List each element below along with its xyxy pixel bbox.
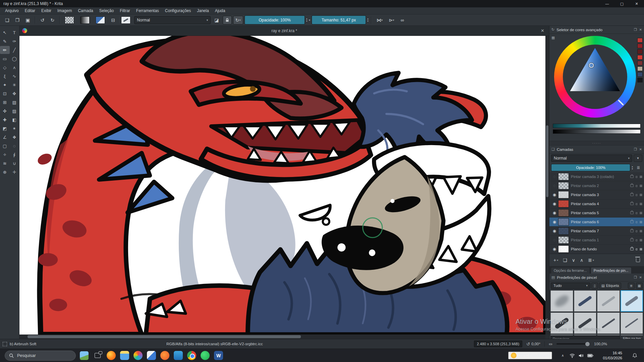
tool-bezier[interactable]: ξ (0, 72, 10, 80)
layer-filter-button[interactable]: ▼ (634, 155, 642, 162)
brush-preset[interactable] (597, 312, 620, 334)
brush-preset[interactable] (550, 290, 573, 312)
layer-properties-button[interactable]: ≣▾ (588, 257, 594, 263)
duplicate-layer-button[interactable]: ❏ (563, 257, 567, 263)
tool-edit-shapes[interactable]: ✎ (0, 37, 10, 45)
layer-row[interactable]: ◌ Pintar camada 2 α ▦ (549, 181, 644, 190)
layer-opacity-spinner[interactable]: ▴ ▾ (632, 166, 633, 170)
horizontal-scrollbar[interactable] (19, 335, 545, 339)
taskbar-app-code[interactable] (174, 351, 183, 360)
tool-dynamic-brush[interactable]: ✦ (0, 81, 10, 89)
pattern-selector[interactable] (62, 16, 76, 24)
open-document-button[interactable]: ❐ (13, 16, 22, 24)
tool-calligraphy[interactable]: ✑ (10, 37, 19, 45)
taskbar-app-krita[interactable] (133, 351, 143, 360)
close-docker-button[interactable]: ✕ (639, 276, 642, 279)
layer-style-icon[interactable]: ▦ (639, 175, 642, 178)
alpha-icon[interactable]: α (636, 202, 638, 206)
blend-mode-combo[interactable]: Normal ▾ (134, 16, 211, 24)
lock-icon[interactable] (630, 230, 634, 232)
tool-poly-select[interactable]: ✧ (0, 150, 10, 159)
layer-row[interactable]: ◉ Plano de fundo α ▦ (549, 245, 644, 254)
save-button[interactable]: ▣ (23, 16, 32, 24)
menu-item[interactable]: Janela (194, 8, 212, 14)
tool-fill[interactable]: ◧ (10, 116, 19, 124)
tool-zoom[interactable]: ⊕ (0, 168, 10, 176)
layer-row[interactable]: ◉ Pintar camada 3 α ▦ (549, 190, 644, 199)
lock-icon[interactable] (630, 193, 634, 196)
tool-smart-patch[interactable]: ✚ (0, 116, 10, 124)
menu-item[interactable]: Ferramentas (133, 8, 162, 14)
layer-row[interactable]: ◌ Pintar camada 1 α ▦ (549, 236, 644, 245)
tool-measure[interactable]: ∠ (0, 133, 10, 141)
layer-style-icon[interactable]: ▦ (639, 238, 642, 242)
minimize-button[interactable]: — (600, 0, 614, 7)
zoom-slider[interactable] (556, 343, 590, 345)
mirror-horizontal-button[interactable]: ⋈ ▾ (374, 16, 385, 24)
color-swatch[interactable] (637, 61, 643, 65)
tool-pan[interactable]: ✛ (10, 168, 19, 176)
tool-rect-select[interactable]: ▢ (0, 142, 10, 150)
color-swatch[interactable] (637, 72, 643, 77)
brush-preset[interactable] (621, 335, 643, 335)
menu-item[interactable]: Filtrar (117, 8, 133, 14)
taskbar-app-firefox[interactable] (107, 351, 116, 360)
menu-item[interactable]: Configurações (162, 8, 194, 14)
layer-style-icon[interactable]: ▦ (639, 211, 642, 215)
brush-preset[interactable] (597, 290, 620, 312)
size-spinner[interactable]: ▴ ▾ (367, 18, 369, 22)
redo-button[interactable]: ↻ (48, 16, 57, 24)
layer-style-icon[interactable]: ▦ (639, 247, 642, 251)
lock-icon[interactable] (630, 248, 634, 250)
color-swatch[interactable] (637, 78, 643, 82)
alpha-lock-button[interactable] (223, 16, 232, 24)
alpha-icon[interactable]: α (636, 220, 638, 224)
layer-row[interactable]: ◉ Pintar camada 4 α ▦ (549, 199, 644, 208)
undo-button[interactable]: ↺ (38, 16, 47, 24)
canvas-only-icon[interactable]: ▭ (549, 342, 552, 346)
tool-enclose-fill[interactable]: ◩ (0, 124, 10, 132)
float-docker-button[interactable]: ❐ (634, 276, 637, 279)
menu-item[interactable]: Ajuda (212, 8, 228, 14)
taskbar-app-corel[interactable] (160, 351, 169, 360)
delete-layer-button[interactable] (636, 258, 640, 262)
color-wheel[interactable] (554, 36, 636, 118)
alpha-icon[interactable]: α (636, 229, 638, 233)
layer-style-icon[interactable]: ▦ (639, 184, 642, 187)
layer-visibility-toggle[interactable]: ◌ (551, 183, 558, 188)
volume-icon[interactable] (579, 353, 584, 358)
taskbar-search-input[interactable] (16, 353, 71, 358)
alpha-icon[interactable]: α (636, 238, 638, 242)
brush-view-button[interactable]: ▯ (591, 283, 598, 289)
color-settings-icon[interactable]: ▦ (551, 36, 555, 40)
alpha-icon[interactable]: α (636, 175, 638, 179)
layer-visibility-toggle[interactable]: ◉ (551, 210, 558, 215)
lock-icon[interactable] (630, 184, 634, 187)
tool-color-sampler[interactable]: ✜ (0, 107, 10, 115)
layer-visibility-toggle[interactable]: ◌ (551, 174, 558, 179)
close-docker-button[interactable]: ✕ (639, 147, 642, 151)
tool-ellipse-select[interactable]: ◌ (10, 142, 19, 150)
menu-item[interactable]: Arquivo (2, 8, 22, 14)
float-docker-button[interactable]: ❐ (634, 28, 637, 32)
brush-preset[interactable] (597, 335, 620, 335)
vertical-scrollbar-thumb[interactable] (546, 125, 548, 197)
tool-freehand-select[interactable]: ∮ (10, 150, 19, 159)
hidden-icons-button[interactable]: ∧ (559, 353, 566, 358)
tool-multibrush[interactable]: ✳ (10, 81, 19, 89)
task-view-button[interactable] (93, 351, 103, 361)
color-swatch[interactable] (637, 38, 643, 43)
move-layer-up-button[interactable]: ∧ (580, 257, 583, 263)
move-layer-down-button[interactable]: ∨ (572, 257, 575, 263)
brush-tag-combo[interactable]: Tudo ▾ (551, 283, 590, 289)
alpha-icon[interactable]: α (636, 247, 638, 251)
lock-icon[interactable] (630, 175, 634, 178)
layer-visibility-toggle[interactable]: ◉ (551, 220, 558, 224)
layer-style-icon[interactable]: ▦ (639, 202, 642, 205)
menu-item[interactable]: Editar (22, 8, 38, 14)
layer-options-menu-button[interactable]: ≣ (634, 164, 642, 171)
gradient-selector[interactable] (78, 16, 92, 24)
chevron-down-icon[interactable]: ▾ (309, 18, 310, 22)
color-swatch[interactable] (637, 49, 643, 54)
brush-size-slider[interactable]: Tamanho: 51,47 px (312, 15, 366, 24)
